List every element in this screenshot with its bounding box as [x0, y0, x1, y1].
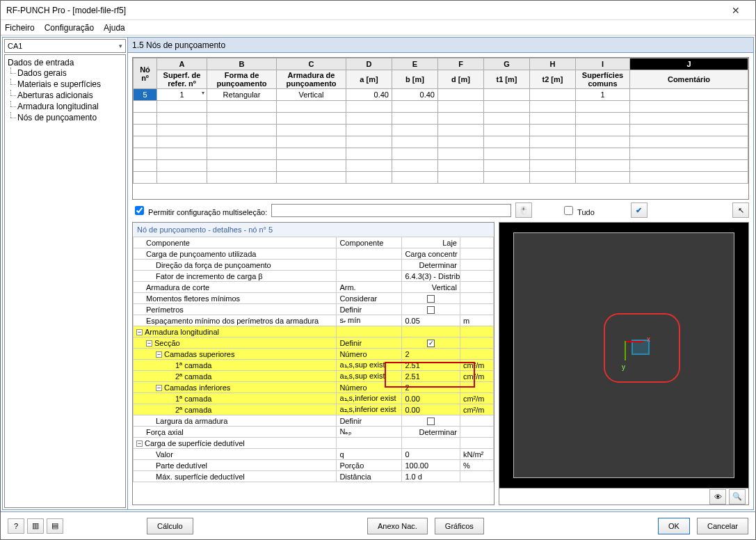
ok-button[interactable]: OK [658, 518, 690, 534]
menu-config[interactable]: Configuração [45, 23, 94, 33]
cell-forma[interactable]: Retangular [207, 89, 277, 101]
window-title: RF-PUNCH Pro - [model-file-rf5] [6, 6, 722, 15]
row-cargasup: Carga de superfície dedutível [145, 439, 245, 447]
checkbox-larg[interactable] [427, 418, 435, 425]
details-title: Nó de punçoamento - detalhes - nó n° 5 [133, 223, 494, 237]
export-icon[interactable]: ▥ [27, 518, 44, 534]
col-F: F [438, 58, 484, 70]
table-row[interactable]: 5 1 Retangular Vertical 0.40 0.40 1 [134, 89, 748, 101]
col-A: A [157, 58, 207, 70]
row-camsup: Camadas superiores [164, 350, 235, 358]
menu-help[interactable]: Ajuda [104, 23, 125, 33]
head-supcom: Superfícies comuns [576, 70, 630, 89]
row-momentos: Momentos fletores mínimos [134, 293, 337, 304]
head-arm: Armadura de punçoamento [277, 70, 346, 89]
head-t2: t2 [m] [530, 70, 576, 89]
cell-superf[interactable]: 1 [157, 89, 207, 101]
expand-icon[interactable]: − [146, 340, 152, 347]
preview-3d: x y 👁 🔍 [499, 222, 749, 505]
import-icon[interactable]: ▤ [47, 518, 63, 534]
row-direcao: Direção da força de punçoamento [134, 260, 337, 271]
nodes-grid[interactable]: Nó nº A B C D E F G H I J [132, 57, 749, 200]
app-window: RF-PUNCH Pro - [model-file-rf5] ✕ Fichei… [0, 0, 756, 540]
checkbox-momentos[interactable] [427, 295, 435, 303]
graphics-button[interactable]: Gráficos [435, 518, 484, 534]
pick2-icon[interactable]: ↖ [732, 202, 749, 218]
cell-d[interactable] [438, 89, 484, 101]
expand-icon[interactable]: − [156, 351, 162, 358]
row-cami1: 1ª camada [134, 393, 337, 404]
row-cam2: 2ª camada [134, 371, 337, 382]
tree-item[interactable]: Aberturas adicionais [17, 90, 93, 100]
title-bar: RF-PUNCH Pro - [model-file-rf5] ✕ [1, 1, 755, 20]
multiselect-input[interactable] [271, 204, 511, 217]
tree-item[interactable]: Nós de punçoamento [17, 113, 97, 122]
footer-bar: ? ▥ ▤ Cálculo Anexo Nac. Gráficos OK Can… [1, 511, 755, 539]
cell-no: 5 [134, 89, 157, 101]
row-cam1: 1ª camada [134, 360, 337, 371]
all-checkbox[interactable]: Tudo [561, 204, 595, 217]
cell-sc[interactable]: 1 [576, 89, 630, 101]
tree-root[interactable]: Dados de entrada [8, 58, 74, 68]
cell-arm[interactable]: Vertical [277, 89, 346, 101]
head-b: b [m] [392, 70, 438, 89]
cell-t2[interactable] [530, 89, 576, 101]
help-icon[interactable]: ? [8, 518, 24, 534]
calculate-button[interactable]: Cálculo [147, 518, 193, 534]
row-valor: Valor [134, 449, 337, 460]
col-B: B [207, 58, 277, 70]
row-cami2: 2ª camada [134, 404, 337, 415]
col-I: I [576, 58, 630, 70]
expand-icon[interactable]: − [156, 385, 162, 391]
apply-icon[interactable]: ✔ [631, 202, 648, 218]
cell-b[interactable]: 0.40 [392, 89, 438, 101]
row-armcorte: Armadura de corte [134, 282, 337, 293]
head-a: a [m] [346, 70, 392, 89]
menu-bar: Ficheiro Configuração Ajuda [1, 20, 755, 35]
head-com: Comentário [630, 70, 748, 89]
checkbox-seccao[interactable]: ✓ [427, 340, 435, 347]
col-D: D [346, 58, 392, 70]
cell-com[interactable] [630, 89, 748, 101]
head-forma: Forma de punçoamento [207, 70, 277, 89]
row-perimetros: Perímetros [134, 304, 337, 315]
tree-item[interactable]: Materiais e superfícies [17, 79, 101, 89]
head-t1: t1 [m] [484, 70, 530, 89]
row-seccao: Secção [154, 339, 180, 347]
row-carga: Carga de punçoamento utilizada [134, 248, 337, 260]
cancel-button[interactable]: Cancelar [697, 518, 748, 534]
multiselect-checkbox[interactable]: Permitir configuração multiseleção: [132, 204, 267, 217]
zoom-icon[interactable]: 🔍 [729, 489, 746, 505]
col-H: H [530, 58, 576, 70]
head-superf: Superf. de refer. nº [157, 70, 207, 89]
row-forca: Força axial [134, 427, 337, 438]
pick-icon[interactable]: 🖱️ [515, 202, 532, 218]
panel-title: 1.5 Nós de punçoamento [128, 38, 753, 53]
tree-item[interactable]: Dados gerais [17, 68, 67, 78]
head-d: d [m] [438, 70, 484, 89]
col-C: C [277, 58, 346, 70]
row-fator: Fator de incremento de carga β [134, 271, 337, 282]
chevron-down-icon: ▾ [119, 42, 122, 49]
annex-button[interactable]: Anexo Nac. [367, 518, 428, 534]
nav-tree[interactable]: Dados de entrada Dados gerais Materiais … [4, 54, 126, 508]
tree-item[interactable]: Armadura longitudinal [17, 102, 99, 111]
expand-icon[interactable]: − [136, 329, 143, 335]
close-icon[interactable]: ✕ [722, 5, 750, 16]
menu-file[interactable]: Ficheiro [5, 23, 35, 33]
row-larg: Largura da armadura [134, 415, 337, 427]
preview-canvas[interactable]: x y [499, 223, 748, 488]
row-armlong: Armadura longitudinal [145, 328, 219, 336]
row-max: Máx. superfície deductível [134, 471, 337, 482]
col-J: J [630, 58, 748, 70]
eye-icon[interactable]: 👁 [709, 489, 726, 505]
row-parte: Parte dedutível [134, 460, 337, 471]
col-E: E [392, 58, 438, 70]
col-G: G [484, 58, 530, 70]
row-caminf: Camadas inferiores [164, 383, 230, 392]
checkbox-perimetros[interactable] [427, 306, 435, 314]
cell-a[interactable]: 0.40 [346, 89, 392, 101]
expand-icon[interactable]: − [136, 440, 143, 447]
case-combo[interactable]: CA1 ▾ [4, 39, 126, 53]
cell-t1[interactable] [484, 89, 530, 101]
